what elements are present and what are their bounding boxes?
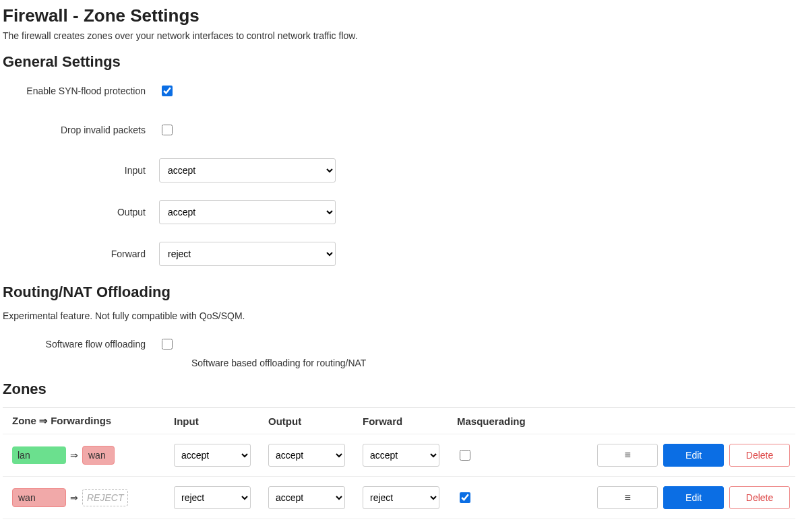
drop-invalid-label: Drop invalid packets [3,125,159,135]
software-offload-label: Software flow offloading [3,339,159,350]
zone-forwarding[interactable]: lan ⇒ wan [12,446,115,465]
syn-flood-label: Enable SYN-flood protection [3,86,159,96]
zone-src-badge: wan [12,488,66,507]
offloading-heading: Routing/NAT Offloading [3,284,795,301]
zone-masq-checkbox[interactable] [460,492,470,503]
drag-handle-button[interactable]: ≡ [597,486,658,509]
page-description: The firewall creates zones over your net… [3,30,795,41]
drag-handle-button[interactable]: ≡ [597,444,658,467]
input-label: Input [3,165,159,176]
output-select[interactable]: accept [159,200,336,224]
general-heading: General Settings [3,53,795,71]
arrow-icon: ⇒ [70,492,78,503]
zones-heading: Zones [3,380,795,398]
software-offload-checkbox[interactable] [162,339,173,350]
input-select[interactable]: accept [159,158,336,182]
zone-input-select[interactable]: reject [174,486,251,509]
zone-input-select[interactable]: accept [174,444,251,467]
page-title: Firewall - Zone Settings [3,5,795,26]
zone-row: wan ⇒ REJECT reject accept reject ≡ Edit [3,477,795,519]
zones-header-row: Zone ⇒ Forwardings Input Output Forward … [3,408,795,434]
zone-src-badge: lan [12,446,66,464]
col-zone: Zone ⇒ Forwardings [5,415,174,427]
zone-forward-select[interactable]: reject [363,486,439,509]
zone-masq-checkbox[interactable] [460,450,470,461]
software-offload-help: Software based offloading for routing/NA… [173,358,795,368]
zone-output-select[interactable]: accept [268,444,345,467]
zone-forwarding[interactable]: wan ⇒ REJECT [12,488,128,507]
syn-flood-checkbox[interactable] [162,86,173,96]
zone-forward-select[interactable]: accept [363,444,439,467]
output-label: Output [3,207,159,218]
drop-invalid-checkbox[interactable] [162,125,173,135]
forward-select[interactable]: reject [159,242,336,266]
col-output: Output [268,415,363,427]
zone-dst-badge: wan [82,446,115,465]
col-masq: Masquerading [457,415,585,427]
col-forward: Forward [363,415,457,427]
zone-output-select[interactable]: accept [268,486,345,509]
forward-label: Forward [3,248,159,259]
delete-button[interactable]: Delete [729,486,790,509]
edit-button[interactable]: Edit [663,444,724,467]
zones-table: Zone ⇒ Forwardings Input Output Forward … [3,407,795,519]
zone-dst-badge: REJECT [82,489,128,506]
delete-button[interactable]: Delete [729,444,790,467]
arrow-icon: ⇒ [70,450,78,461]
edit-button[interactable]: Edit [663,486,724,509]
zone-row: lan ⇒ wan accept accept accept ≡ Edit [3,434,795,477]
offloading-description: Experimental feature. Not fully compatib… [3,310,795,321]
col-input: Input [174,415,268,427]
